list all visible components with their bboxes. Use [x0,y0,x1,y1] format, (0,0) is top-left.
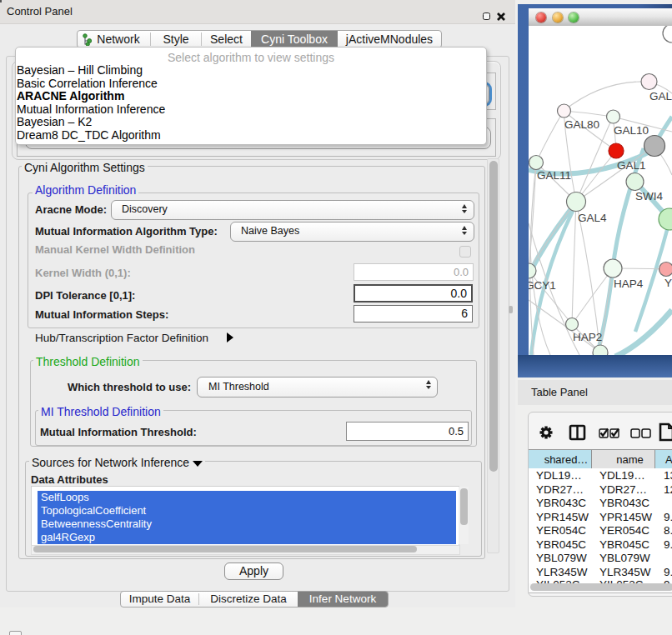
svg-text:GAL80: GAL80 [564,118,599,131]
svg-text:HAP2: HAP2 [573,331,602,343]
svg-text:YBR: YBR [664,277,672,289]
svg-text:GCY1: GCY1 [529,279,556,292]
svg-text:GAL4: GAL4 [578,212,607,224]
svg-text:GAL11: GAL11 [537,169,571,182]
svg-text:GAL10: GAL10 [614,124,649,137]
svg-text:GAL2: GAL2 [649,90,672,102]
svg-text:GAL1: GAL1 [617,159,646,172]
svg-text:SWI4: SWI4 [635,190,663,202]
svg-text:HAP4: HAP4 [614,278,644,290]
